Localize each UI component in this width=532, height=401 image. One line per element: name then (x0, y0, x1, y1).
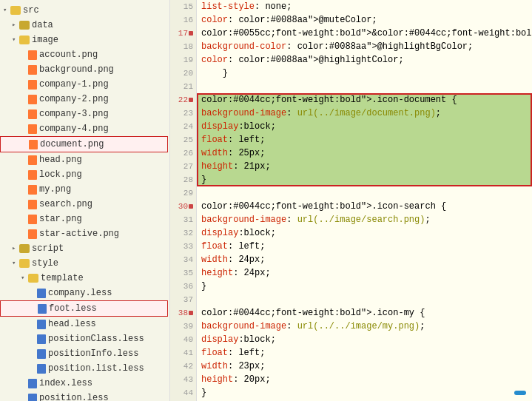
line-number: 32 (170, 226, 196, 240)
code-line: float: left; (197, 240, 532, 253)
line-number: 21 (170, 80, 196, 93)
line-number: 30 (170, 200, 196, 213)
code-line: height: 20px; (197, 373, 532, 386)
code-line: float: left; (197, 133, 532, 146)
line-number: 23 (170, 107, 196, 120)
line-number: 37 (170, 293, 196, 306)
tree-item-position.list.less[interactable]: position.list.less (0, 361, 169, 376)
line-number: 34 (170, 253, 196, 266)
tree-item-document.png[interactable]: document.png (0, 136, 168, 152)
tree-item-company-2.png[interactable]: company-2.png (0, 92, 169, 107)
code-line: } (197, 386, 532, 400)
line-number: 24 (170, 120, 196, 133)
tree-item-account.png[interactable]: account.png (0, 47, 169, 62)
code-line: color: color:#0088aa">@highlightColor; (197, 53, 532, 67)
tree-item-company.less[interactable]: company.less (0, 286, 169, 300)
code-line (197, 186, 532, 200)
code-line: width: 23px; (197, 360, 532, 373)
code-line: display:block; (197, 226, 532, 240)
code-line: height: 24px; (197, 266, 532, 280)
code-line: width: 25px; (197, 146, 532, 160)
code-line: background-image: url(../../image/my.png… (197, 320, 532, 333)
code-line: background-image: url(../image/document.… (197, 107, 532, 120)
code-line: width: 24px; (197, 253, 532, 266)
tree-item-template[interactable]: ▾template (0, 271, 169, 286)
line-number: 44 (170, 386, 196, 400)
line-number: 35 (170, 266, 196, 280)
line-number: 28 (170, 173, 196, 186)
line-number: 16 (170, 13, 196, 27)
code-line: background-image: url(../image/search.pn… (197, 213, 532, 226)
code-line: } (197, 280, 532, 293)
line-number: 26 (170, 146, 196, 160)
code-line: list-style: none; (197, 0, 532, 13)
tree-item-index.less[interactable]: index.less (0, 376, 169, 391)
line-number: 36 (170, 280, 196, 293)
tree-item-background.png[interactable]: background.png (0, 62, 169, 77)
tree-item-position.less[interactable]: position.less (0, 391, 169, 401)
code-line: } (197, 173, 532, 186)
tree-item-company-1.png[interactable]: company-1.png (0, 77, 169, 92)
tree-item-company-3.png[interactable]: company-3.png (0, 107, 169, 121)
code-line (197, 80, 532, 93)
line-number: 17 (170, 27, 196, 40)
code-line: display:block; (197, 333, 532, 346)
line-number: 42 (170, 360, 196, 373)
code-lines: list-style: none; color: color:#0088aa">… (197, 0, 532, 401)
line-number: 40 (170, 333, 196, 346)
code-line: color:#0044cc;font-weight:bold">.icon-do… (197, 93, 532, 107)
tree-item-positionInfo.less[interactable]: positionInfo.less (0, 346, 169, 361)
tree-item-star-active.png[interactable]: star-active.png (0, 226, 169, 241)
tree-item-my.png[interactable]: my.png (0, 182, 169, 197)
tree-item-company-4.png[interactable]: company-4.png (0, 121, 169, 136)
line-number: 29 (170, 186, 196, 200)
line-number: 39 (170, 320, 196, 333)
file-tree[interactable]: ▾src▸data▾imageaccount.pngbackground.png… (0, 0, 170, 401)
tree-item-script[interactable]: ▸script (0, 241, 169, 256)
tree-item-src[interactable]: ▾src (0, 3, 169, 18)
code-line: height: 21px; (197, 160, 532, 173)
line-numbers: 1516171819202122232425262728293031323334… (170, 0, 197, 401)
tree-item-head.less[interactable]: head.less (0, 317, 169, 331)
code-line: display:block; (197, 120, 532, 133)
tree-item-star.png[interactable]: star.png (0, 212, 169, 226)
code-line: background-color: color:#0088aa">@highli… (197, 40, 532, 53)
tree-item-positionClass.less[interactable]: positionClass.less (0, 331, 169, 346)
line-number: 33 (170, 240, 196, 253)
code-line: } (197, 67, 532, 80)
code-line: color:#0044cc;font-weight:bold">.icon-se… (197, 200, 532, 213)
tree-item-data[interactable]: ▸data (0, 18, 169, 33)
tree-item-image[interactable]: ▾image (0, 33, 169, 47)
tree-item-search.png[interactable]: search.png (0, 197, 169, 212)
watermark (514, 391, 526, 395)
line-number: 25 (170, 133, 196, 146)
line-number: 27 (170, 160, 196, 173)
line-number: 19 (170, 53, 196, 67)
line-number: 43 (170, 373, 196, 386)
tree-item-style[interactable]: ▾style (0, 256, 169, 271)
line-number: 15 (170, 0, 196, 13)
tree-item-lock.png[interactable]: lock.png (0, 167, 169, 182)
code-line: float: left; (197, 346, 532, 360)
line-number: 22 (170, 93, 196, 107)
code-line: color: color:#0088aa">@muteColor; (197, 13, 532, 27)
tree-item-foot.less[interactable]: foot.less (0, 300, 168, 317)
line-number: 41 (170, 346, 196, 360)
line-number: 18 (170, 40, 196, 53)
code-editor: 1516171819202122232425262728293031323334… (170, 0, 532, 401)
line-number: 31 (170, 213, 196, 226)
line-number: 38 (170, 306, 196, 320)
code-line (197, 293, 532, 306)
code-line: color:#0044cc;font-weight:bold">.icon-my… (197, 306, 532, 320)
tree-item-head.png[interactable]: head.png (0, 152, 169, 167)
line-number: 20 (170, 67, 196, 80)
code-line: color:#0055cc;font-weight:bold">&color:#… (197, 27, 532, 40)
